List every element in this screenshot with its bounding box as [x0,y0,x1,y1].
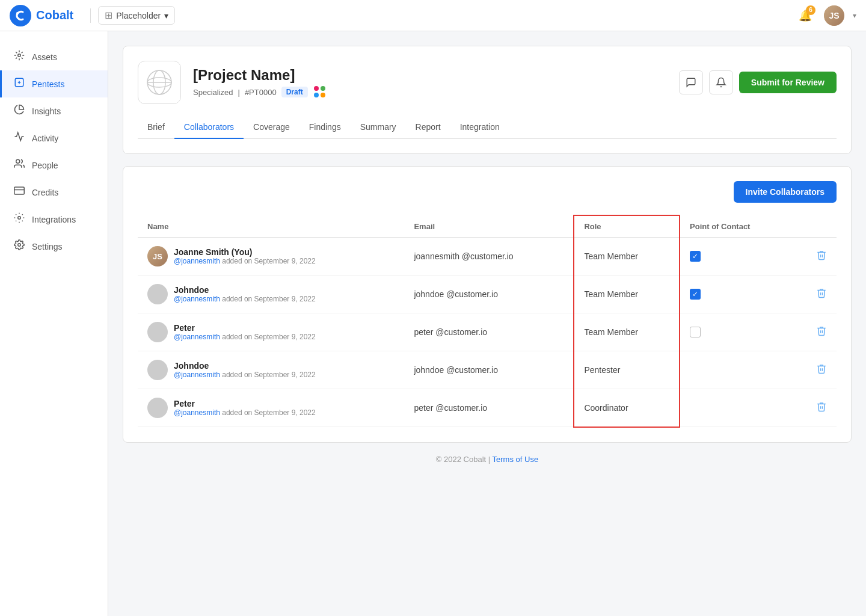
delete-button-0[interactable] [816,250,827,263]
sidebar-item-credits[interactable]: Credits [0,179,108,206]
table-row: JSJoanne Smith (You)@joannesmith added o… [138,238,837,276]
sidebar-item-settings[interactable]: Settings [0,233,108,260]
activity-icon [14,131,25,145]
people-icon [14,158,25,172]
notif-badge: 6 [806,5,815,15]
poc-checkbox-checked-1[interactable]: ✓ [690,289,701,300]
collaborators-header: Invite Collaborators [138,181,837,203]
svg-point-4 [16,159,20,163]
delete-button-1[interactable] [816,288,827,301]
notifications-button[interactable]: 🔔 6 [795,5,815,26]
name-info-1: Johndoe@joannesmith added on September 9… [147,284,395,304]
credits-icon [14,185,25,199]
sidebar-item-insights[interactable]: Insights [0,97,108,125]
sidebar-item-label: Activity [32,134,58,143]
sidebar: Assets Pentests Insights Activity People [0,31,108,616]
avatar-1 [147,284,168,304]
name-cell-2: Peter@joannesmith added on September 9, … [138,313,404,351]
name-info-3: Johndoe@joannesmith added on September 9… [147,360,395,380]
project-id: #PT0000 [245,88,277,97]
avatar-3 [147,360,168,380]
settings-icon [14,239,25,253]
role-cell-4: Coordinator [574,389,680,427]
user-sub-2: @joannesmith added on September 9, 2022 [174,333,316,341]
avatar: JS [824,5,844,26]
tab-integration[interactable]: Integration [450,116,509,139]
chevron-down-icon: ▾ [164,11,168,20]
notification-button[interactable] [709,70,733,94]
name-cell-4: Peter@joannesmith added on September 9, … [138,389,404,427]
table-row: Peter@joannesmith added on September 9, … [138,389,837,427]
insights-icon [14,104,25,118]
topnav: Cobalt ⊞ Placeholder ▾ 🔔 6 JS ▾ [0,0,866,31]
poc-cell-2 [680,313,794,351]
logo-text: Cobalt [36,8,73,22]
email-cell-4: peter @customer.io [404,389,574,427]
sidebar-item-assets[interactable]: Assets [0,43,108,70]
project-type: Specialized [193,88,233,97]
workspace-label: Placeholder [116,11,161,20]
name-cell-1: Johndoe@joannesmith added on September 9… [138,276,404,313]
sidebar-item-pentests[interactable]: Pentests [0,70,108,97]
delete-button-4[interactable] [816,401,827,414]
tab-collaborators[interactable]: Collaborators [174,116,244,139]
delete-cell-1 [794,276,837,313]
grid-icon: ⊞ [105,10,112,21]
logo: Cobalt [10,5,73,26]
delete-button-3[interactable] [816,363,827,377]
svg-point-8 [18,244,21,247]
nav-divider [90,8,91,23]
name-text-2: Peter@joannesmith added on September 9, … [174,323,316,341]
role-cell-2: Team Member [574,313,680,351]
footer: © 2022 Cobalt | Terms of Use [123,443,852,476]
invite-collaborators-button[interactable]: Invite Collaborators [734,181,837,203]
tab-findings[interactable]: Findings [299,116,351,139]
sidebar-item-activity[interactable]: Activity [0,125,108,152]
poc-cell-3 [680,351,794,389]
submit-review-button[interactable]: Submit for Review [739,72,837,93]
svg-point-0 [10,5,31,26]
sidebar-item-label: Insights [32,106,61,116]
user-name-4: Peter [174,399,316,408]
email-cell-1: johndoe @customer.io [404,276,574,313]
sidebar-item-label: Settings [32,242,63,251]
svg-point-1 [16,12,19,14]
email-cell-0: joannesmith @customer.io [404,238,574,276]
col-poc: Point of Contact [680,215,794,238]
sidebar-item-label: Pentests [32,79,64,89]
project-details: [Project Name] Specialized | #PT0000 Dra… [193,67,326,98]
poc-checkbox-checked-0[interactable]: ✓ [690,251,701,262]
collaborators-section: Invite Collaborators Name Email Role [123,166,852,443]
project-name: [Project Name] [193,67,326,84]
sidebar-item-integrations[interactable]: Integrations [0,206,108,233]
poc-checkbox-unchecked-2[interactable] [690,327,701,337]
email-cell-3: johndoe @customer.io [404,351,574,389]
footer-separator: | [488,455,493,464]
terms-link[interactable]: Terms of Use [493,455,539,464]
tab-coverage[interactable]: Coverage [244,116,299,139]
user-avatar-button[interactable]: JS [824,5,844,26]
name-text-0: Joanne Smith (You)@joannesmith added on … [174,247,316,265]
sidebar-item-label: Integrations [32,215,76,224]
collaborators-table: Name Email Role Point of Contact [138,215,837,428]
sidebar-item-label: People [32,161,58,170]
tab-report[interactable]: Report [406,116,450,139]
workspace-selector[interactable]: ⊞ Placeholder ▾ [98,6,175,25]
sidebar-item-people[interactable]: People [0,152,108,179]
delete-button-2[interactable] [816,325,827,339]
tab-summary[interactable]: Summary [351,116,406,139]
name-info-4: Peter@joannesmith added on September 9, … [147,398,395,418]
tab-brief[interactable]: Brief [138,116,174,139]
avatar-4 [147,398,168,418]
email-cell-2: peter @customer.io [404,313,574,351]
svg-rect-5 [14,187,25,194]
delete-cell-3 [794,351,837,389]
name-info-2: Peter@joannesmith added on September 9, … [147,322,395,342]
poc-cell-4 [680,389,794,427]
name-cell-3: Johndoe@joannesmith added on September 9… [138,351,404,389]
comment-button[interactable] [679,70,703,94]
delete-cell-0 [794,238,837,276]
sidebar-item-label: Credits [32,188,58,197]
table-row: Peter@joannesmith added on September 9, … [138,313,837,351]
table-body: JSJoanne Smith (You)@joannesmith added o… [138,238,837,427]
